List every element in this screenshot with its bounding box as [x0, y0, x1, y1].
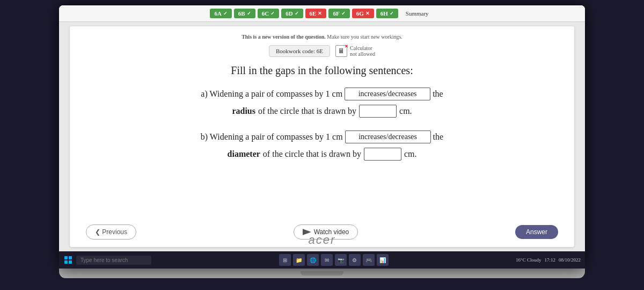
nav-check-6f: ✓: [341, 11, 346, 16]
taskbar-icon-3[interactable]: 🌐: [307, 254, 319, 266]
question-part-b-line2: diameter of the circle that is drawn by …: [86, 148, 558, 161]
part-a-suffix: the: [433, 89, 443, 99]
nav-summary[interactable]: Summary: [400, 9, 434, 18]
content-area: 6A ✓ 6B ✓ 6C ✓ 6D ✓ 6E ✕: [59, 5, 585, 251]
nav-label-6a: 6A: [214, 10, 221, 17]
notice-sub: Make sure you start new workings.: [327, 34, 402, 40]
nav-check-6a: ✓: [223, 11, 228, 16]
nav-label-6c: 6C: [262, 10, 269, 17]
laptop-notch: [301, 271, 343, 276]
screen-content: 6A ✓ 6B ✓ 6C ✓ 6D ✓ 6E ✕: [59, 5, 585, 269]
taskbar-icon-7[interactable]: 🎮: [363, 254, 375, 266]
nav-label-6d: 6D: [286, 10, 292, 17]
nav-label-6g: 6G: [356, 10, 364, 17]
nav-label-6h: 6H: [380, 10, 388, 17]
taskbar-search[interactable]: [76, 256, 151, 265]
taskbar: ⊞ 📁 🌐 ✉ 📷 ⚙ 🎮 📊 16°C Cloudy 17:12 08/10/…: [59, 251, 585, 269]
nav-item-6b[interactable]: 6B ✓: [234, 9, 255, 18]
answer-button[interactable]: Answer: [515, 225, 558, 239]
nav-label-6f: 6F: [333, 10, 339, 17]
part-a-dropdown[interactable]: increases/decreases: [345, 88, 430, 100]
part-b-mid-text: of the circle that is drawn by: [263, 149, 361, 159]
nav-item-6a[interactable]: 6A ✓: [210, 9, 231, 18]
nav-label-6e: 6E: [310, 10, 317, 17]
section-gap: [86, 121, 558, 130]
nav-check-6h: ✓: [390, 11, 394, 16]
taskbar-icon-4[interactable]: ✉: [321, 254, 333, 266]
nav-check-6d: ✓: [295, 11, 299, 16]
notice-main: This is a new version of the question.: [241, 34, 326, 40]
part-b-prefix: b) Widening a pair of compasses by 1 cm: [201, 132, 343, 142]
taskbar-left: [63, 255, 151, 265]
laptop-base: [59, 269, 585, 278]
svg-rect-3: [69, 260, 72, 264]
question-area: This is a new version of the question. M…: [70, 26, 574, 247]
svg-rect-2: [64, 260, 68, 264]
calculator-label: Calculator not allowed: [350, 45, 375, 57]
taskbar-icon-2[interactable]: 📁: [293, 254, 305, 266]
part-a-prefix: a) Widening a pair of compasses by 1 cm: [201, 89, 342, 99]
bookwork-code: Bookwork code: 6E: [269, 45, 330, 57]
taskbar-date: 08/10/2022: [559, 257, 581, 263]
question-part-b-line1: b) Widening a pair of compasses by 1 cm …: [86, 130, 558, 143]
question-title: Fill in the gaps in the following senten…: [86, 64, 558, 77]
laptop-screen: 6A ✓ 6B ✓ 6C ✓ 6D ✓ 6E ✕: [59, 5, 585, 269]
part-b-suffix: the: [433, 132, 444, 142]
nav-item-6d[interactable]: 6D ✓: [281, 9, 303, 18]
calculator-icon: 🖩: [335, 45, 347, 57]
taskbar-time: 17:12: [544, 257, 555, 263]
calculator-info: 🖩 Calculator not allowed: [335, 45, 375, 57]
part-a-bold-word: radius: [232, 106, 255, 116]
new-version-notice: This is a new version of the question. M…: [86, 34, 558, 40]
nav-label-6b: 6B: [238, 10, 245, 17]
nav-check-6b: ✓: [247, 11, 251, 16]
nav-check-6e: ✕: [318, 11, 322, 16]
nav-item-6h[interactable]: 6H ✓: [376, 9, 398, 18]
part-b-dropdown[interactable]: increases/decreases: [345, 130, 431, 143]
acer-logo: acer: [309, 233, 336, 247]
nav-check-6c: ✓: [270, 11, 275, 16]
part-b-bold-word: diameter: [228, 149, 260, 159]
nav-check-6g: ✕: [365, 11, 370, 16]
nav-item-6e[interactable]: 6E ✕: [305, 9, 327, 18]
previous-button[interactable]: ❮ Previous: [86, 224, 136, 240]
windows-icon[interactable]: [63, 255, 73, 265]
nav-item-6c[interactable]: 6C ✓: [258, 9, 279, 18]
taskbar-app-icons: ⊞ 📁 🌐 ✉ 📷 ⚙ 🎮 📊: [279, 254, 389, 266]
taskbar-right: 16°C Cloudy 17:12 08/10/2022: [516, 257, 581, 263]
part-a-mid-text: of the circle that is drawn by: [258, 106, 356, 116]
svg-rect-0: [64, 256, 68, 259]
bookwork-row: Bookwork code: 6E 🖩 Calculator not allow…: [86, 45, 558, 57]
taskbar-icon-8[interactable]: 📊: [377, 254, 389, 266]
nav-item-6g[interactable]: 6G ✕: [352, 9, 374, 18]
taskbar-icon-6[interactable]: ⚙: [349, 254, 361, 266]
calc-sub-label: not allowed: [350, 51, 375, 57]
question-part-a-line2: radius of the circle that is drawn by cm…: [86, 105, 558, 118]
svg-rect-1: [69, 256, 72, 259]
weather-info: 16°C Cloudy: [516, 257, 541, 263]
navigation-bar: 6A ✓ 6B ✓ 6C ✓ 6D ✓ 6E ✕: [59, 5, 585, 22]
calc-main-label: Calculator: [350, 45, 375, 51]
part-b-input[interactable]: [364, 148, 401, 161]
question-part-a-line1: a) Widening a pair of compasses by 1 cm …: [86, 88, 558, 100]
part-b-cm-label: cm.: [404, 149, 417, 159]
part-a-input[interactable]: [359, 105, 397, 118]
nav-item-6f[interactable]: 6F ✓: [328, 9, 349, 18]
taskbar-icon-1[interactable]: ⊞: [279, 254, 291, 266]
part-a-cm-label: cm.: [399, 106, 412, 116]
taskbar-icon-5[interactable]: 📷: [335, 254, 347, 266]
